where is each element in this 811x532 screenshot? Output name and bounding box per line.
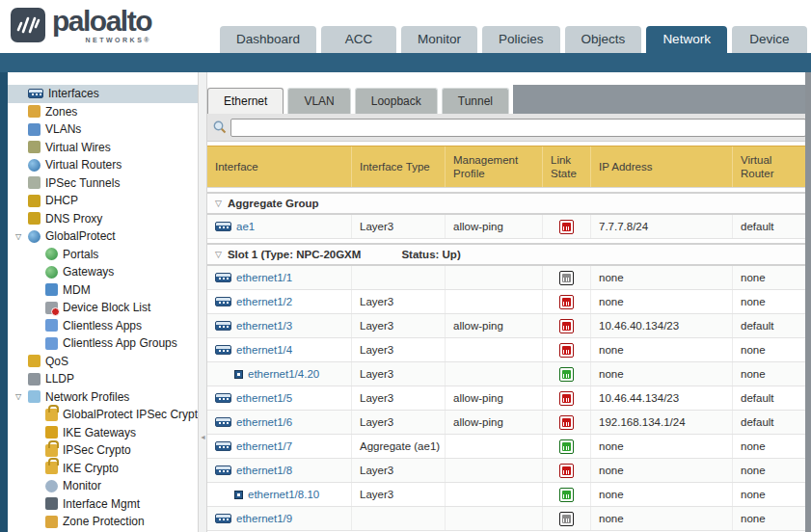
management-profile-cell [446, 338, 543, 361]
expander-icon[interactable]: ▽ [15, 232, 28, 241]
tab-policies[interactable]: Policies [482, 26, 560, 53]
qos-icon [28, 355, 41, 367]
ip-address-cell: none [591, 338, 733, 361]
row-ethernet1-3[interactable]: ethernet1/3 Layer3 allow-ping 10.46.40.1… [207, 314, 811, 338]
interface-link[interactable]: ethernet1/6 [236, 416, 292, 428]
filter-input[interactable] [230, 119, 806, 137]
subtab-ethernet[interactable]: Ethernet [207, 88, 284, 114]
row-ethernet1-6[interactable]: ethernet1/6 Layer3 allow-ping 192.168.13… [207, 411, 811, 435]
interface-link[interactable]: ethernet1/7 [236, 440, 292, 452]
row-ethernet1-1[interactable]: ethernet1/1 none none [207, 266, 811, 290]
ethernet-interface-icon [215, 273, 231, 282]
group-row-aggregate-group[interactable]: ▽ Aggregate Group [207, 192, 811, 215]
zones-icon [28, 105, 41, 118]
interface-link[interactable]: ethernet1/3 [236, 320, 292, 332]
sidebar-item-dns-proxy[interactable]: DNS Proxy [8, 210, 198, 228]
sidebar-item-ipsec-tunnels[interactable]: IPSec Tunnels [8, 174, 198, 193]
subtab-vlan[interactable]: VLAN [287, 88, 350, 114]
link-state-down-icon [559, 415, 574, 430]
row-ethernet1-7[interactable]: ethernet1/7 Aggregate (ae1) none none [207, 435, 811, 459]
management-profile-cell [446, 459, 543, 482]
management-profile-cell [446, 266, 543, 289]
virtual-wires-icon [28, 141, 41, 153]
row-ethernet1-4-20[interactable]: ethernet1/4.20 Layer3 none none [207, 362, 811, 386]
row-ethernet1-2[interactable]: ethernet1/2 Layer3 none none [207, 290, 811, 314]
virtual-router-cell: none [733, 362, 811, 386]
ethernet-interface-icon [215, 297, 231, 306]
interface-type-cell: Layer3 [352, 338, 446, 361]
row-ae1[interactable]: ae1 Layer3 allow-ping 7.7.7.8/24 default [207, 215, 811, 239]
management-profile-cell [446, 362, 543, 386]
scrollbar-track[interactable] [805, 72, 811, 532]
sidebar-item-device-block-list[interactable]: Device Block List [8, 299, 198, 317]
link-state-up-icon [559, 439, 574, 454]
row-ethernet1-8[interactable]: ethernet1/8 Layer3 none none [207, 459, 811, 483]
clientless-app-groups-icon [45, 337, 58, 350]
sidebar-item-virtual-routers[interactable]: Virtual Routers [8, 156, 198, 174]
interface-link[interactable]: ethernet1/1 [236, 272, 292, 283]
subtab-loopback[interactable]: Loopback [355, 88, 438, 114]
sidebar-item-interface-mgmt[interactable]: Interface Mgmt [8, 495, 198, 514]
column-header-link-state[interactable]: Link State [543, 146, 591, 187]
interface-type-cell: Layer3 [352, 459, 446, 482]
row-ethernet1-8-10[interactable]: ethernet1/8.10 Layer3 none none [207, 483, 811, 507]
tab-dashboard[interactable]: Dashboard [220, 26, 316, 53]
sidebar-item-interfaces[interactable]: Interfaces [8, 85, 198, 103]
interface-link[interactable]: ethernet1/2 [236, 296, 292, 307]
interface-link[interactable]: ethernet1/9 [236, 513, 292, 524]
column-header-interface-type[interactable]: Interface Type [352, 146, 446, 187]
management-profile-cell [446, 290, 543, 313]
sidebar-item-dhcp[interactable]: DHCP [8, 192, 198, 210]
tab-device[interactable]: Device [732, 26, 807, 53]
interface-link[interactable]: ethernet1/8.10 [248, 489, 319, 500]
tab-monitor[interactable]: Monitor [401, 26, 477, 53]
sidebar-item-ike-crypto[interactable]: IKE Crypto [8, 460, 198, 478]
sidebar-item-ike-gateways[interactable]: IKE Gateways [8, 424, 198, 442]
interface-link[interactable]: ethernet1/8 [236, 465, 292, 476]
tab-acc[interactable]: ACC [321, 26, 396, 53]
sidebar-item-zones[interactable]: Zones [8, 103, 198, 121]
sidebar-item-clientless-apps[interactable]: Clientless Apps [8, 317, 198, 335]
group-expander-icon[interactable]: ▽ [215, 199, 222, 208]
row-ethernet1-5[interactable]: ethernet1/5 Layer3 allow-ping 10.46.44.1… [207, 386, 811, 411]
column-header-management-profile[interactable]: Management Profile [446, 146, 543, 187]
row-ethernet1-9[interactable]: ethernet1/9 none none [207, 507, 811, 531]
group-expander-icon[interactable]: ▽ [215, 250, 222, 259]
sidebar-item-lldp[interactable]: LLDP [8, 370, 198, 388]
sidebar-item-globalprotect[interactable]: ▽ GlobalProtect [8, 227, 198, 246]
interface-link[interactable]: ae1 [236, 221, 255, 232]
expander-icon[interactable]: ▽ [15, 392, 28, 401]
sidebar-item-vlans[interactable]: VLANs [8, 120, 198, 139]
interface-link[interactable]: ethernet1/4.20 [248, 368, 319, 380]
sidebar-splitter[interactable]: ◄ [198, 72, 207, 532]
group-row-slot-1-type-npc-20gxm[interactable]: ▽ Slot 1 (Type: NPC-20GXM Status: Up) [207, 243, 811, 266]
interface-link[interactable]: ethernet1/4 [236, 344, 292, 356]
sidebar-item-ipsec-crypto[interactable]: IPSec Crypto [8, 441, 198, 460]
column-header-interface[interactable]: Interface [207, 146, 352, 187]
ip-address-cell: 7.7.7.8/24 [591, 215, 733, 238]
collapse-sidebar-icon[interactable]: ◄ [200, 434, 206, 440]
sidebar-item-portals[interactable]: Portals [8, 246, 198, 264]
tab-objects[interactable]: Objects [565, 26, 642, 53]
column-header-ip-address[interactable]: IP Address [591, 146, 733, 187]
sidebar-item-globalprotect-ipsec-crypto[interactable]: GlobalProtect IPSec Crypto [8, 406, 198, 424]
sidebar-item-clientless-app-groups[interactable]: Clientless App Groups [8, 334, 198, 353]
sidebar-item-monitor[interactable]: Monitor [8, 477, 198, 495]
sidebar-item-mdm[interactable]: MDM [8, 281, 198, 300]
sidebar-item-zone-protection[interactable]: Zone Protection [8, 513, 198, 531]
virtual-router-cell: default [733, 215, 811, 238]
virtual-router-cell: none [733, 483, 811, 506]
sidebar-item-network-profiles[interactable]: ▽ Network Profiles [8, 388, 198, 407]
subtab-tunnel[interactable]: Tunnel [442, 88, 509, 114]
sidebar-item-virtual-wires[interactable]: Virtual Wires [8, 139, 198, 157]
column-header-virtual-router[interactable]: Virtual Router [733, 146, 811, 187]
sidebar-item-qos[interactable]: QoS [8, 353, 198, 371]
interface-link[interactable]: ethernet1/5 [236, 392, 292, 404]
sidebar-item-gateways[interactable]: Gateways [8, 263, 198, 281]
row-ethernet1-4[interactable]: ethernet1/4 Layer3 none none [207, 338, 811, 362]
tab-network[interactable]: Network [646, 26, 727, 53]
management-profile-cell: allow-ping [446, 314, 543, 337]
interface-type-tabs: EthernetVLANLoopbackTunnel [207, 85, 811, 114]
search-icon[interactable] [212, 120, 228, 135]
paloalto-logo: paloalto NETWORKS® [10, 7, 151, 43]
